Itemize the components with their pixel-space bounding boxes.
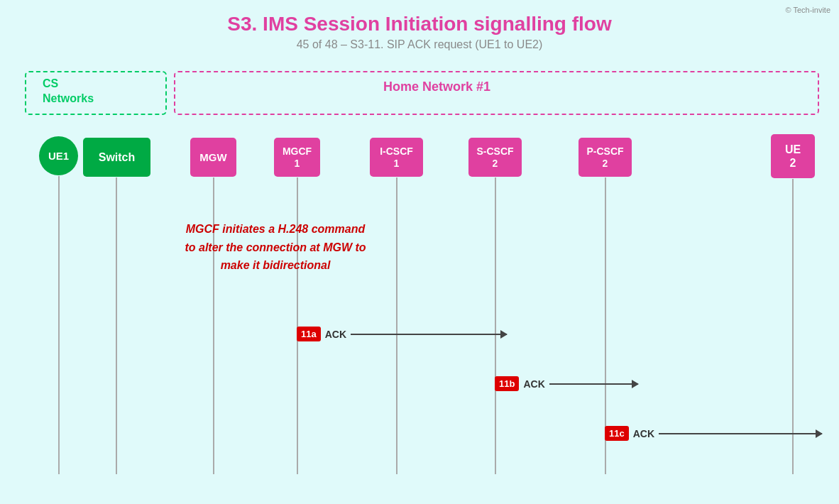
vline-icscf1: [396, 177, 397, 474]
node-icscf1: I-CSCF1: [370, 138, 423, 177]
home-network-label: Home Network #1: [383, 80, 490, 94]
arrow-label-11a: ACK: [325, 329, 346, 340]
arrow-11a: 11a ACK: [297, 327, 507, 341]
arrow-line-11c: [659, 433, 822, 434]
node-ue1: UE1: [39, 136, 78, 175]
vline-ue1: [58, 176, 60, 474]
desc-line2: to alter the connection at MGW to: [185, 241, 366, 253]
node-pcscf2: P-CSCF2: [578, 138, 632, 177]
node-switch: Switch: [83, 138, 150, 177]
desc-line1: MGCF initiates a H.248 command: [186, 223, 366, 235]
copyright-text: © Tech-invite: [785, 6, 830, 14]
description-text: MGCF initiates a H.248 command to alter …: [162, 220, 389, 275]
cs-networks-label: CSNetworks: [43, 77, 94, 106]
header: S3. IMS Session Initiation signalling fl…: [0, 0, 839, 51]
vline-switch: [116, 177, 117, 474]
main-title: S3. IMS Session Initiation signalling fl…: [0, 13, 839, 35]
vline-scscf2: [495, 177, 496, 474]
arrow-line-11a: [351, 334, 507, 335]
arrow-11c: 11c ACK: [605, 426, 822, 441]
desc-line3: make it bidirectional: [221, 259, 331, 271]
node-scscf2: S-CSCF2: [468, 138, 522, 177]
arrow-label-11c: ACK: [633, 428, 654, 439]
arrow-11b: 11b ACK: [495, 376, 638, 391]
node-ue2: UE2: [771, 134, 815, 178]
badge-11a: 11a: [297, 327, 321, 341]
node-mgw: MGW: [190, 138, 236, 177]
sub-title: 45 of 48 – S3-11. SIP ACK request (UE1 t…: [0, 38, 839, 51]
arrow-label-11b: ACK: [523, 378, 544, 390]
arrow-line-11b: [549, 383, 638, 385]
badge-11c: 11c: [605, 426, 629, 441]
node-mgcf1: MGCF1: [274, 138, 320, 177]
home-region-border: [174, 71, 819, 115]
badge-11b: 11b: [495, 376, 519, 391]
